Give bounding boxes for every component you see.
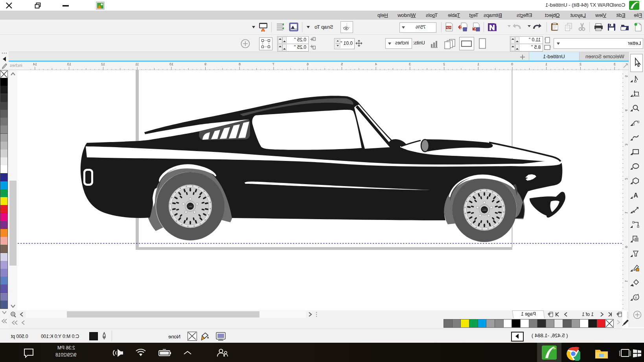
svg-text:A: A	[633, 192, 638, 199]
svg-text:PDF: PDF	[446, 26, 451, 29]
